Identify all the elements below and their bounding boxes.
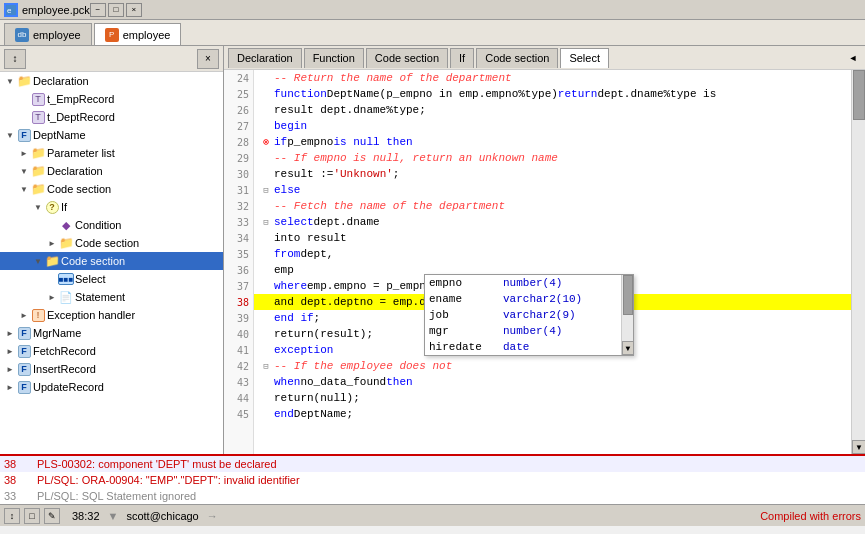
expand-btn-11[interactable] xyxy=(46,273,58,285)
tree-node-declaration-0[interactable]: ▼📁Declaration xyxy=(0,72,223,90)
expand-btn-2[interactable] xyxy=(18,111,30,123)
error-row-0[interactable]: 38PLS-00302: component 'DEPT' must be de… xyxy=(0,456,865,472)
line-expand-31[interactable]: ⊟ xyxy=(258,185,274,196)
tab-employee-db[interactable]: db employee xyxy=(4,23,92,45)
tree-node-parameter-list-4[interactable]: ►📁Parameter list xyxy=(0,144,223,162)
code-tab-code-section-2[interactable]: Code section xyxy=(366,48,448,68)
expand-btn-14[interactable]: ► xyxy=(4,327,16,339)
tree-container: ▼📁Declaration Tt_EmpRecord Tt_DeptRecord… xyxy=(0,72,223,454)
error-row-1[interactable]: 38PL/SQL: ORA-00904: "EMP"."DEPT": inval… xyxy=(0,472,865,488)
tree-node-code-section-10[interactable]: ▼📁Code section xyxy=(0,252,223,270)
tree-node-fetchrecord-15[interactable]: ►FFetchRecord xyxy=(0,342,223,360)
line-expand-28[interactable]: ⊗ xyxy=(258,136,274,148)
code-token: return xyxy=(558,88,598,100)
code-token: then xyxy=(386,376,412,388)
code-content[interactable]: -- Return the name of the department fun… xyxy=(254,70,851,454)
code-tab-code-section-4[interactable]: Code section xyxy=(476,48,558,68)
expand-btn-9[interactable]: ► xyxy=(46,237,58,249)
ac-row-empno[interactable]: empnonumber(4) xyxy=(425,275,621,291)
minimize-button[interactable]: − xyxy=(90,3,106,17)
code-line-28: ⊗ if p_empno is null then xyxy=(254,134,851,150)
tree-node-code-section-9[interactable]: ►📁Code section xyxy=(0,234,223,252)
code-token: dept.dname%type is xyxy=(597,88,716,100)
expand-btn-10[interactable]: ▼ xyxy=(32,255,44,267)
expand-btn-12[interactable]: ► xyxy=(46,291,58,303)
line-num-26: 26 xyxy=(224,102,253,118)
expand-btn-13[interactable]: ► xyxy=(18,309,30,321)
ac-row-mgr[interactable]: mgrnumber(4) xyxy=(425,323,621,339)
line-num-42: 42 xyxy=(224,358,253,374)
tree-node-updaterecord-17[interactable]: ►FUpdateRecord xyxy=(0,378,223,396)
tree-node-statement-12[interactable]: ►📄Statement xyxy=(0,288,223,306)
error-msg-2: PL/SQL: SQL Statement ignored xyxy=(37,490,196,502)
code-line-26: result dept.dname%type; xyxy=(254,102,851,118)
expand-btn-0[interactable]: ▼ xyxy=(4,75,16,87)
tree-node-t_deptrecord-2[interactable]: Tt_DeptRecord xyxy=(0,108,223,126)
editor-area[interactable]: 2425262728293031323334353637383940414243… xyxy=(224,70,865,454)
code-token: -- If the employee does not xyxy=(274,360,452,372)
expand-btn-4[interactable]: ► xyxy=(18,147,30,159)
expand-btn-8[interactable] xyxy=(46,219,58,231)
node-label-9: Code section xyxy=(75,237,139,249)
tree-node-declaration-5[interactable]: ▼📁Declaration xyxy=(0,162,223,180)
code-line-33: ⊟ select dept.dname xyxy=(254,214,851,230)
ac-down-button[interactable]: ▼ xyxy=(622,341,634,355)
editor-scrollbar[interactable]: ▼ xyxy=(851,70,865,454)
sort-button[interactable]: ↕ xyxy=(4,49,26,69)
code-tab-select-5[interactable]: Select xyxy=(560,48,609,68)
expand-btn-16[interactable]: ► xyxy=(4,363,16,375)
error-row-2[interactable]: 33PL/SQL: SQL Statement ignored xyxy=(0,488,865,504)
status-icon-2[interactable]: □ xyxy=(24,508,40,524)
code-tab-function-1[interactable]: Function xyxy=(304,48,364,68)
status-icon-3[interactable]: ✎ xyxy=(44,508,60,524)
scroll-down-button[interactable]: ▼ xyxy=(852,440,865,454)
autocomplete-popup: empnonumber(4)enamevarchar2(10)jobvarcha… xyxy=(424,274,634,356)
node-label-13: Exception handler xyxy=(47,309,135,321)
node-label-12: Statement xyxy=(75,291,125,303)
tree-node-code-section-6[interactable]: ▼📁Code section xyxy=(0,180,223,198)
code-tab-scroll-right[interactable]: ◄ xyxy=(845,50,861,66)
code-line-24: -- Return the name of the department xyxy=(254,70,851,86)
code-line-32: -- Fetch the name of the department xyxy=(254,198,851,214)
code-tab-declaration-0[interactable]: Declaration xyxy=(228,48,302,68)
code-tab-if-3[interactable]: If xyxy=(450,48,474,68)
svg-text:e: e xyxy=(7,6,12,15)
tab-employee-pkg[interactable]: P employee xyxy=(94,23,182,45)
line-num-28: 28 xyxy=(224,134,253,150)
line-num-32: 32 xyxy=(224,198,253,214)
tree-node-select-11[interactable]: ■■■Select xyxy=(0,270,223,288)
maximize-button[interactable]: □ xyxy=(108,3,124,17)
error-num-0: 38 xyxy=(4,458,29,470)
status-icon-1[interactable]: ↕ xyxy=(4,508,20,524)
code-line-27: begin xyxy=(254,118,851,134)
line-expand-33[interactable]: ⊟ xyxy=(258,217,274,228)
expand-btn-5[interactable]: ▼ xyxy=(18,165,30,177)
titlebar-controls: − □ × xyxy=(90,3,142,17)
node-icon-folder-10: 📁 xyxy=(45,254,59,268)
ac-scrollbar[interactable]: ▼ xyxy=(621,275,633,355)
code-token: when xyxy=(274,376,300,388)
line-expand-42[interactable]: ⊟ xyxy=(258,361,274,372)
ac-row-job[interactable]: jobvarchar2(9) xyxy=(425,307,621,323)
ac-row-ename[interactable]: enamevarchar2(10) xyxy=(425,291,621,307)
code-token: 'Unknown' xyxy=(333,168,392,180)
close-button[interactable]: × xyxy=(126,3,142,17)
node-label-3: DeptName xyxy=(33,129,86,141)
expand-btn-7[interactable]: ▼ xyxy=(32,201,44,213)
close-panel-button[interactable]: × xyxy=(197,49,219,69)
expand-btn-3[interactable]: ▼ xyxy=(4,129,16,141)
tree-node-mgrname-14[interactable]: ►FMgrName xyxy=(0,324,223,342)
code-token: end xyxy=(274,408,294,420)
node-icon-folder-6: 📁 xyxy=(31,182,45,196)
tree-node-deptname-3[interactable]: ▼FDeptName xyxy=(0,126,223,144)
expand-btn-1[interactable] xyxy=(18,93,30,105)
tree-node-insertrecord-16[interactable]: ►FInsertRecord xyxy=(0,360,223,378)
tree-node-condition-8[interactable]: ◆Condition xyxy=(0,216,223,234)
expand-btn-17[interactable]: ► xyxy=(4,381,16,393)
tree-node-exception-handler-13[interactable]: ►!Exception handler xyxy=(0,306,223,324)
expand-btn-15[interactable]: ► xyxy=(4,345,16,357)
tree-node-t_emprecord-1[interactable]: Tt_EmpRecord xyxy=(0,90,223,108)
tree-node-if-7[interactable]: ▼?If xyxy=(0,198,223,216)
ac-row-hiredate[interactable]: hiredatedate xyxy=(425,339,621,355)
expand-btn-6[interactable]: ▼ xyxy=(18,183,30,195)
